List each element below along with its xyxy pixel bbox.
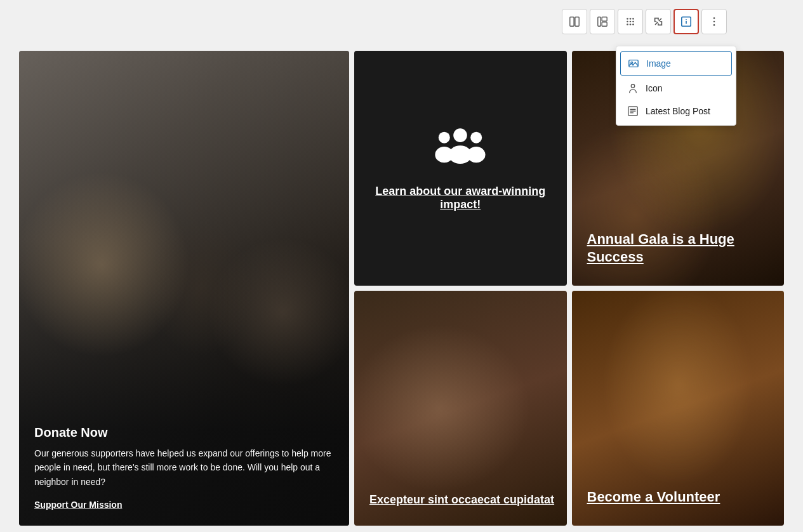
cell-left-title: Donate Now bbox=[34, 425, 334, 440]
svg-point-10 bbox=[632, 21, 634, 23]
cell-bottom-right: Become a Volunteer bbox=[572, 291, 785, 526]
svg-point-8 bbox=[627, 21, 628, 23]
toolbar-btn-grid2col[interactable] bbox=[562, 9, 587, 34]
dropdown-item-blog-label: Latest Blog Post bbox=[646, 106, 710, 116]
cell-bottom-center: Excepteur sint occaecat cupidatat bbox=[354, 291, 567, 526]
dropdown-item-image[interactable]: Image bbox=[620, 51, 732, 76]
svg-point-13 bbox=[632, 23, 634, 25]
toolbar-btn-gridsidebar[interactable] bbox=[590, 9, 615, 34]
dropdown-item-icon-label: Icon bbox=[646, 83, 662, 93]
cell-bottom-center-link[interactable]: Excepteur sint occaecat cupidatat bbox=[369, 493, 554, 506]
svg-line-14 bbox=[655, 22, 658, 25]
toolbar-btn-info[interactable] bbox=[674, 9, 699, 34]
svg-rect-2 bbox=[598, 17, 601, 26]
toolbar bbox=[562, 9, 727, 34]
cell-bottom-right-title: Become a Volunteer bbox=[587, 488, 720, 507]
svg-point-11 bbox=[627, 23, 628, 25]
dropdown-item-blog[interactable]: Latest Blog Post bbox=[620, 100, 732, 123]
cell-bottom-right-overlay: Become a Volunteer bbox=[587, 488, 720, 507]
dropdown-menu: Image Icon Latest Blog Post bbox=[616, 46, 736, 126]
svg-rect-4 bbox=[602, 22, 607, 26]
person-icon bbox=[627, 82, 639, 95]
cell-top-right-overlay: Annual Gala is a Huge Success bbox=[587, 230, 785, 267]
svg-point-21 bbox=[713, 24, 715, 26]
svg-point-12 bbox=[630, 23, 632, 25]
cell-top-center-link[interactable]: Learn about our award-winning impact! bbox=[369, 185, 552, 211]
cell-left-body: Our generous supporters have helped us e… bbox=[34, 446, 334, 489]
svg-point-29 bbox=[439, 132, 450, 143]
svg-point-18 bbox=[686, 19, 687, 20]
cell-top-center-content: Learn about our award-winning impact! bbox=[354, 51, 567, 286]
toolbar-btn-dotsgrid[interactable] bbox=[618, 9, 643, 34]
cell-bottom-center-overlay: Excepteur sint occaecat cupidatat bbox=[369, 493, 554, 507]
blog-icon bbox=[627, 105, 639, 117]
svg-point-24 bbox=[631, 84, 634, 88]
toolbar-btn-arrows[interactable] bbox=[646, 9, 671, 34]
cell-left-overlay: Donate Now Our generous supporters have … bbox=[19, 410, 349, 526]
image-icon bbox=[627, 57, 640, 70]
svg-point-9 bbox=[630, 21, 632, 23]
svg-rect-0 bbox=[570, 17, 574, 26]
dropdown-item-icon[interactable]: Icon bbox=[620, 77, 732, 100]
cell-large-left: Donate Now Our generous supporters have … bbox=[19, 51, 349, 526]
toolbar-btn-more[interactable] bbox=[701, 9, 727, 34]
cell-top-center: Learn about our award-winning impact! bbox=[354, 51, 567, 286]
svg-point-33 bbox=[453, 128, 467, 142]
people-group-icon bbox=[432, 125, 489, 172]
cell-left-link[interactable]: Support Our Mission bbox=[34, 500, 122, 510]
svg-rect-1 bbox=[575, 17, 579, 26]
svg-line-15 bbox=[659, 18, 661, 21]
svg-rect-3 bbox=[602, 17, 607, 21]
svg-point-20 bbox=[713, 21, 715, 23]
dropdown-item-image-label: Image bbox=[646, 58, 671, 69]
svg-point-34 bbox=[449, 145, 472, 164]
cell-top-right-title: Annual Gala is a Huge Success bbox=[587, 230, 785, 267]
svg-point-6 bbox=[630, 18, 632, 20]
svg-point-7 bbox=[632, 18, 634, 20]
svg-point-5 bbox=[627, 18, 628, 20]
svg-point-19 bbox=[713, 17, 715, 19]
svg-point-31 bbox=[470, 132, 482, 143]
